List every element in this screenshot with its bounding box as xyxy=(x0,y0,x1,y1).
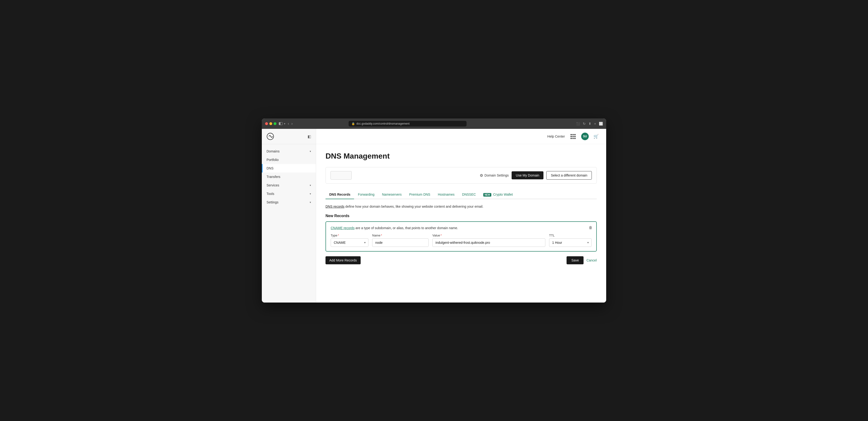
gear-icon: ⚙ xyxy=(480,173,483,178)
value-field: Value* xyxy=(432,234,545,247)
chevron-down-icon: ▾ xyxy=(284,122,285,125)
sidebar-item-transfers[interactable]: Transfers xyxy=(262,173,316,181)
grid-dot xyxy=(574,134,576,135)
grid-dot xyxy=(570,136,572,137)
ttl-select-wrapper: 1/2 Hour 1 Hour 2 Hours Custom xyxy=(549,238,592,247)
type-select-wrapper: CNAME A AAAA MX TXT NS xyxy=(331,238,368,247)
sidebar-item-tools-label: Tools xyxy=(267,192,274,196)
user-avatar[interactable]: SU xyxy=(581,132,589,140)
tab-dnssec[interactable]: DNSSEC xyxy=(458,190,479,199)
chevron-down-icon: ▾ xyxy=(310,184,311,187)
dns-records-link[interactable]: DNS records xyxy=(326,205,344,208)
refresh-icon[interactable]: ↻ xyxy=(583,122,586,125)
tab-nameservers[interactable]: Nameservers xyxy=(378,190,405,199)
traffic-lights xyxy=(265,122,276,125)
sidebar-item-portfolio[interactable]: Portfolio xyxy=(262,155,316,164)
add-more-records-button[interactable]: Add More Records xyxy=(326,256,361,264)
grid-dot xyxy=(572,138,574,139)
select-different-domain-button[interactable]: Select a different domain xyxy=(546,171,592,180)
ttl-field: TTL 1/2 Hour 1 Hour 2 Hours Custom xyxy=(549,234,592,247)
close-button[interactable] xyxy=(265,122,268,125)
domain-input[interactable] xyxy=(331,171,352,180)
chevron-down-icon: ▾ xyxy=(310,192,311,196)
sidebar-nav: Domains ▾ Portfolio DNS Transfers Servic… xyxy=(262,144,316,303)
browser-sidebar-toggle: ▾ xyxy=(279,122,285,125)
required-star: * xyxy=(381,234,382,237)
share-icon[interactable]: ⬆ xyxy=(588,122,591,125)
type-label: Type* xyxy=(331,234,368,237)
domain-bar: ⚙ Domain Settings Use My Domain Select a… xyxy=(326,167,597,184)
sidebar-collapse-button[interactable]: ◧ xyxy=(308,134,311,139)
sidebar-toggle-icon[interactable] xyxy=(279,122,283,125)
logo xyxy=(267,132,274,140)
minimize-button[interactable] xyxy=(269,122,272,125)
sidebar-item-domains-label: Domains xyxy=(267,149,280,153)
sidebar-item-transfers-label: Transfers xyxy=(267,175,280,179)
save-button[interactable]: Save xyxy=(566,256,584,264)
sidebar-item-dns[interactable]: DNS xyxy=(262,164,316,173)
cancel-button[interactable]: Cancel xyxy=(586,259,597,262)
forward-button[interactable]: › xyxy=(291,122,292,125)
delete-record-button[interactable]: 🗑 xyxy=(589,225,592,230)
domain-settings-label: Domain Settings xyxy=(485,174,509,177)
required-star: * xyxy=(441,234,442,237)
sidebar-item-tools[interactable]: Tools ▾ xyxy=(262,189,316,198)
value-input[interactable] xyxy=(432,238,545,247)
lock-icon: 🔒 xyxy=(351,122,355,125)
type-field: Type* CNAME A AAAA MX TXT NS xyxy=(331,234,368,247)
name-field: Name* xyxy=(372,234,429,247)
cast-icon[interactable]: ⬛ xyxy=(576,122,580,125)
grid-dot xyxy=(574,138,576,139)
grid-dot xyxy=(570,134,572,135)
new-badge: NEW xyxy=(483,193,491,197)
tab-crypto-wallet[interactable]: NEW Crypto Wallet xyxy=(479,190,517,199)
grid-dot xyxy=(572,134,574,135)
window-icon[interactable]: ⬜ xyxy=(599,122,603,125)
sidebar-item-services[interactable]: Services ▾ xyxy=(262,181,316,189)
sidebar-item-dns-label: DNS xyxy=(267,167,274,170)
maximize-button[interactable] xyxy=(274,122,276,125)
form-row: Type* CNAME A AAAA MX TXT NS xyxy=(331,234,592,247)
cart-button[interactable]: 🛒 xyxy=(593,134,599,139)
domain-actions: ⚙ Domain Settings Use My Domain Select a… xyxy=(480,171,592,180)
back-button[interactable]: ‹ xyxy=(288,122,289,125)
address-bar[interactable]: 🔒 dcc.godaddy.com/control/dnsmanagement xyxy=(349,121,467,126)
sidebar-item-settings-label: Settings xyxy=(267,200,279,204)
sidebar: ◧ Domains ▾ Portfolio DNS Transfers Serv… xyxy=(262,129,316,303)
grid-dot xyxy=(572,136,574,137)
trash-icon: 🗑 xyxy=(589,225,592,230)
apps-grid-button[interactable] xyxy=(569,133,577,140)
name-input[interactable] xyxy=(372,238,429,247)
domain-settings-button[interactable]: ⚙ Domain Settings xyxy=(480,173,509,178)
type-select[interactable]: CNAME A AAAA MX TXT NS xyxy=(331,238,368,247)
tab-hostnames[interactable]: Hostnames xyxy=(434,190,458,199)
sidebar-header: ◧ xyxy=(262,129,316,144)
new-records-title: New Records xyxy=(326,214,597,218)
cname-records-link[interactable]: CNAME records xyxy=(331,226,354,230)
sidebar-item-services-label: Services xyxy=(267,183,279,187)
tab-premium-dns[interactable]: Premium DNS xyxy=(405,190,434,199)
form-actions: Add More Records Save Cancel xyxy=(326,256,597,264)
value-label: Value* xyxy=(432,234,545,237)
right-actions: Save Cancel xyxy=(566,256,597,264)
browser-actions: ⬛ ↻ ⬆ + ⬜ xyxy=(576,122,603,125)
chevron-down-icon: ▾ xyxy=(310,201,311,204)
ttl-select[interactable]: 1/2 Hour 1 Hour 2 Hours Custom xyxy=(549,238,592,247)
name-label: Name* xyxy=(372,234,429,237)
sidebar-item-domains[interactable]: Domains ▾ xyxy=(262,147,316,155)
sidebar-item-settings[interactable]: Settings ▾ xyxy=(262,198,316,207)
content-area: DNS Management ⚙ Domain Settings Use My … xyxy=(316,144,606,272)
record-form: 🗑 CNAME records are a type of subdomain,… xyxy=(326,221,597,251)
sidebar-item-portfolio-label: Portfolio xyxy=(267,158,279,162)
main-content: Help Center SU 🛒 DNS Management xyxy=(316,129,606,303)
help-center-link[interactable]: Help Center xyxy=(547,134,565,138)
tab-dns-records[interactable]: DNS Records xyxy=(326,190,354,199)
top-header: Help Center SU 🛒 xyxy=(316,129,606,144)
use-my-domain-button[interactable]: Use My Domain xyxy=(512,171,544,179)
new-tab-icon[interactable]: + xyxy=(594,122,596,125)
dns-info: DNS records define how your domain behav… xyxy=(326,204,597,209)
cname-info: CNAME records are a type of subdomain, o… xyxy=(331,226,592,230)
grid-dot xyxy=(574,136,576,137)
tab-forwarding[interactable]: Forwarding xyxy=(354,190,378,199)
page-title: DNS Management xyxy=(326,152,597,160)
